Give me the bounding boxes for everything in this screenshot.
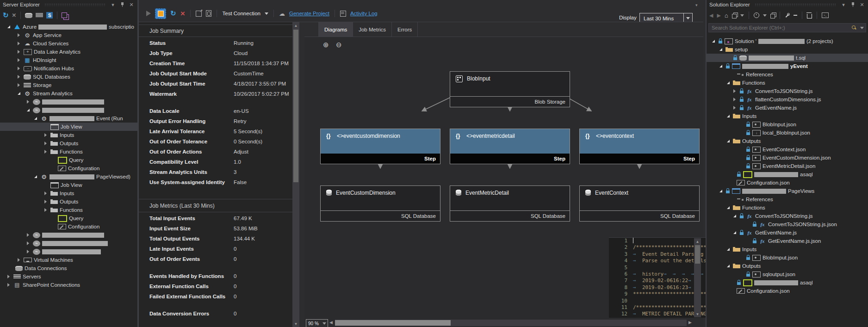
tree-item-query[interactable]: Query — [0, 214, 137, 222]
node-output-eventcontext[interactable]: EventContext SQL Database — [579, 185, 700, 222]
attach-server-icon[interactable] — [36, 13, 43, 18]
expander-open-icon[interactable] — [32, 175, 38, 178]
expander-closed-icon[interactable] — [25, 100, 31, 104]
job-view-settings-icon[interactable] — [206, 10, 211, 17]
window-menu-icon[interactable]: ▾ — [840, 2, 847, 8]
expander-closed-icon[interactable] — [16, 50, 22, 54]
tree-item-functions[interactable]: Functions — [707, 79, 868, 87]
tree-item-virtual-machines[interactable]: Virtual Machines — [0, 256, 137, 264]
tree-item-redacted[interactable] — [0, 231, 137, 239]
hierarchy-icon[interactable] — [62, 12, 67, 18]
toolbar-overflow-icon[interactable]: ▾ — [695, 3, 698, 7]
tree-item-hdinsight[interactable]: HDInsight — [0, 56, 137, 64]
test-connection-button[interactable]: Test Connection — [222, 11, 260, 16]
generate-project-link[interactable]: Generate Project — [289, 11, 329, 16]
tree-item-yevent[interactable]: yEvent — [707, 62, 868, 70]
sync-with-active-document-icon[interactable] — [770, 14, 775, 19]
expander-open-icon[interactable] — [718, 190, 724, 192]
chevron-down-icon[interactable] — [265, 12, 268, 15]
chevron-down-icon[interactable] — [763, 14, 767, 17]
expander-closed-icon[interactable] — [25, 250, 31, 253]
tree-item-blobinput-json[interactable]: BlobInput.json — [707, 120, 868, 129]
pin-icon[interactable] — [849, 2, 856, 8]
expander-closed-icon[interactable] — [16, 258, 22, 262]
node-blobinput[interactable]: BlobInput Blob Storage — [450, 71, 570, 107]
tree-item-stream-analytics[interactable]: Stream Analytics — [0, 89, 137, 98]
activity-log-link[interactable]: Activity Log — [350, 11, 378, 16]
tree-item-sqloutput-json[interactable]: sqloutput.json — [707, 270, 868, 278]
unload-icon[interactable] — [794, 15, 797, 16]
tree-item-inputs[interactable]: Inputs — [707, 112, 868, 120]
tree-item-subscriptio[interactable]: Azure subscriptio — [0, 23, 137, 31]
sql-server-object-explorer-icon[interactable]: S — [46, 12, 53, 19]
home-icon[interactable]: ⌂ — [725, 12, 728, 19]
tree-item-inputs[interactable]: Inputs — [707, 245, 868, 253]
tree-item-functions[interactable]: Functions — [707, 204, 868, 212]
tree-item-pageviewsed-[interactable]: PageViewsed) — [0, 173, 137, 181]
tab-diagrams[interactable]: Diagrams — [318, 22, 353, 37]
tree-item-converttojsonstring-js[interactable]: ConvertToJSONString.js — [707, 87, 868, 95]
switch-views-icon[interactable] — [732, 14, 737, 19]
back-icon[interactable]: ◀ — [709, 12, 713, 19]
tree-item--2-projects-[interactable]: Solution '(2 projects) — [707, 37, 868, 45]
expander-open-icon[interactable] — [732, 231, 738, 234]
tree-item-converttojsonstring-js[interactable]: ConvertToJSONString.js — [707, 212, 868, 220]
expander-closed-icon[interactable] — [732, 98, 738, 101]
chevron-down-icon[interactable] — [740, 14, 744, 17]
tree-item-eventcontext-json[interactable]: EventContext.json — [707, 145, 868, 154]
tree-item-redacted[interactable] — [0, 106, 137, 114]
tree-item-cloud-services[interactable]: Cloud Services — [0, 39, 137, 48]
expander-closed-icon[interactable] — [43, 142, 49, 145]
node-output-eventmetricdetail[interactable]: EventMetricDetail SQL Database — [450, 185, 570, 222]
hscroll-left-icon[interactable]: ◀ — [329, 320, 333, 325]
node-step-eventcustomdimension[interactable]: {}<>eventcustomdimension Step — [320, 129, 440, 164]
tree-item-configuration[interactable]: Configuration — [0, 164, 137, 173]
disconnect-icon[interactable]: ✕ — [12, 12, 17, 19]
tree-item-outputs[interactable]: Outputs — [0, 139, 137, 148]
tree-item-app-service[interactable]: App Service — [0, 31, 137, 39]
forward-icon[interactable]: ▶ — [717, 12, 720, 19]
expander-open-icon[interactable] — [718, 48, 724, 51]
tree-item-pageviews[interactable]: PageViews — [707, 187, 868, 195]
close-icon[interactable]: ✕ — [859, 2, 865, 8]
expander-closed-icon[interactable] — [6, 275, 12, 278]
tree-item-outputs[interactable]: Outputs — [707, 262, 868, 270]
tree-item-sql-databases[interactable]: SQL Databases — [0, 73, 137, 81]
close-icon[interactable]: ✕ — [128, 2, 135, 8]
chevron-down-icon[interactable] — [860, 27, 864, 29]
expander-open-icon[interactable] — [6, 25, 12, 28]
console-icon[interactable] — [822, 12, 829, 18]
refresh-icon[interactable]: ↻ — [170, 9, 176, 18]
tree-item-configuration-json[interactable]: Configuration.json — [707, 287, 868, 295]
tree-item-asaql[interactable]: asaql — [707, 170, 868, 179]
hscroll-right-icon[interactable]: ▶ — [688, 320, 692, 325]
expander-closed-icon[interactable] — [732, 106, 738, 110]
properties-icon[interactable] — [785, 13, 790, 18]
diagram-zoom-dropdown[interactable]: 90 % — [306, 319, 328, 327]
expander-closed-icon[interactable] — [16, 75, 22, 79]
expander-open-icon[interactable] — [710, 40, 716, 43]
tree-item-blobimput-json[interactable]: BlobImput.json — [707, 253, 868, 262]
tree-item-local-blobinput-json[interactable]: local_BlobInput.json — [707, 129, 868, 137]
expander-open-icon[interactable] — [725, 81, 731, 84]
node-output-eventcustomdimension[interactable]: EventCustomDimension SQL Database — [320, 185, 440, 222]
tree-item-configuration-json[interactable]: Configuration.json — [707, 179, 868, 187]
pin-icon[interactable] — [119, 2, 125, 8]
expander-open-icon[interactable] — [732, 215, 738, 217]
expander-open-icon[interactable] — [725, 248, 731, 251]
expander-closed-icon[interactable] — [16, 83, 22, 87]
tree-item-outputs[interactable]: Outputs — [707, 137, 868, 145]
tree-item-asaql[interactable]: asaql — [707, 278, 868, 287]
expander-closed-icon[interactable] — [16, 67, 22, 70]
solution-search-input[interactable] — [709, 25, 852, 31]
tree-item-redacted[interactable] — [0, 239, 137, 247]
expander-closed-icon[interactable] — [43, 150, 49, 154]
tree-item-geteventname-js[interactable]: GetEventName.js — [707, 228, 868, 237]
tree-item-data-lake-analytics[interactable]: Data Lake Analytics — [0, 48, 137, 56]
expander-closed-icon[interactable] — [16, 42, 22, 45]
tree-item-servers[interactable]: Servers — [0, 272, 137, 281]
tree-item-functions[interactable]: Functions — [0, 148, 137, 156]
expander-closed-icon[interactable] — [16, 58, 22, 62]
expander-closed-icon[interactable] — [43, 133, 49, 137]
expander-closed-icon[interactable] — [6, 283, 12, 287]
